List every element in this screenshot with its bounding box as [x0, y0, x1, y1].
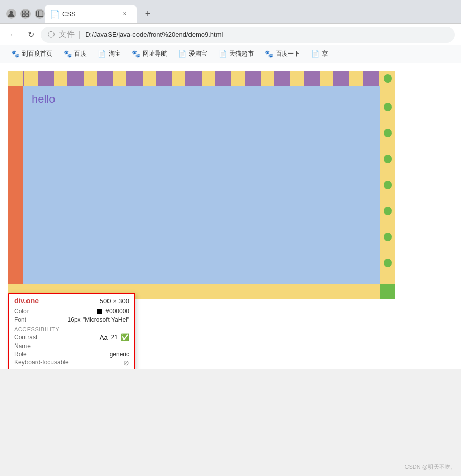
bookmark-item-jd[interactable]: 📄 京	[306, 48, 333, 60]
address-separator: |	[79, 30, 81, 39]
back-button[interactable]: ←	[6, 28, 20, 42]
devtools-color-label: Color	[14, 308, 55, 315]
devtools-keyboard-row: Keyboard-focusable ⊘	[14, 359, 129, 367]
green-dot-1	[384, 103, 392, 111]
bookmark-item-baidu-home[interactable]: 🐾 到百度首页	[6, 48, 58, 60]
devtools-keyboard-label: Keyboard-focusable	[14, 359, 69, 367]
green-dot-7	[384, 259, 392, 267]
devtools-contrast-label: Contrast	[14, 334, 55, 341]
border-middle: hello	[8, 86, 395, 284]
bookmarks-bar: 🐾 到百度首页 🐾 百度 📄 淘宝 🐾 网址导航 📄 爱淘宝 📄 天猫超市 🐾 …	[0, 45, 461, 63]
green-dot-3	[384, 155, 392, 163]
green-dot-corner-tr	[384, 74, 392, 83]
new-tab-button[interactable]: +	[141, 7, 155, 21]
reload-button[interactable]: ↻	[23, 28, 38, 42]
tab-close-button[interactable]: ×	[120, 9, 129, 18]
address-url: D:/JavaSE/java-code/front%20end/demo9.ht…	[85, 31, 448, 38]
content-area: hello div.one 500 × 300 Color	[0, 63, 461, 369]
svg-rect-3	[22, 14, 25, 17]
bookmark-item-taobao[interactable]: 📄 淘宝	[93, 48, 126, 60]
devtools-keyboard-value: ⊘	[123, 359, 129, 367]
address-bar[interactable]: ⓘ 文件 | D:/JavaSE/java-code/front%20end/d…	[41, 27, 455, 43]
address-label: 文件	[59, 29, 75, 40]
devtools-font-value: 16px "Microsoft YaHei"	[68, 316, 129, 323]
div-one: hello	[23, 86, 380, 284]
devtools-contrast-value: Aa 21 ✅	[100, 333, 129, 341]
green-dot-4	[384, 181, 392, 189]
profile-icon[interactable]	[6, 9, 16, 19]
tab-bar-left	[0, 9, 45, 19]
corner-tl	[8, 71, 23, 86]
tab-page-icon: 📄	[50, 10, 58, 18]
green-dot-6	[384, 233, 392, 241]
devtools-font-label: Font	[14, 316, 55, 323]
border-left	[8, 86, 23, 284]
browser-chrome: 📄 CSS × + ← ↻ ⓘ 文件 | D:/JavaSE/java-code…	[0, 0, 461, 63]
green-dot-5	[384, 207, 392, 215]
devtools-font-row: Font 16px "Microsoft YaHei"	[14, 316, 129, 323]
devtools-contrast-row: Contrast Aa 21 ✅	[14, 333, 129, 341]
devtools-name-row: Name	[14, 342, 129, 350]
bookmark-item-baidu[interactable]: 🐾 百度	[59, 48, 92, 60]
svg-rect-4	[26, 14, 29, 17]
devtools-role-row: Role generic	[14, 351, 129, 358]
svg-point-0	[10, 11, 13, 14]
svg-rect-5	[37, 11, 43, 16]
address-info-icon: ⓘ	[48, 30, 55, 39]
devtools-size: 500 × 300	[100, 297, 129, 305]
bookmark-item-tmall[interactable]: 📄 天猫超市	[213, 48, 259, 60]
devtools-color-row: Color #000000	[14, 308, 129, 315]
border-right	[380, 86, 395, 284]
extensions-icon[interactable]	[20, 9, 31, 19]
svg-rect-1	[22, 11, 25, 13]
devtools-header: div.one 500 × 300	[14, 297, 129, 305]
bookmark-item-aitaobao[interactable]: 📄 爱淘宝	[173, 48, 212, 60]
color-swatch	[97, 309, 102, 314]
tab-title: CSS	[62, 10, 116, 18]
devtools-role-label: Role	[14, 351, 55, 358]
nav-bar: ← ↻ ⓘ 文件 | D:/JavaSE/java-code/front%20e…	[0, 23, 461, 45]
devtools-tooltip: div.one 500 × 300 Color #000000 Font 16p…	[8, 293, 135, 369]
green-dot-2	[384, 129, 392, 137]
border-top	[8, 71, 395, 86]
devtools-name-label: Name	[14, 342, 55, 350]
active-tab[interactable]: 📄 CSS ×	[45, 5, 137, 23]
demo-box-wrapper: hello	[8, 71, 395, 299]
tab-bar: 📄 CSS × +	[0, 0, 461, 23]
bookmark-item-nav[interactable]: 🐾 网址导航	[127, 48, 172, 60]
devtools-selector: div.one	[14, 297, 39, 305]
corner-tr	[380, 71, 395, 86]
hello-text: hello	[32, 93, 55, 105]
corner-br	[380, 284, 395, 299]
contrast-check-icon: ✅	[121, 333, 129, 341]
devtools-accessibility-title: ACCESSIBILITY	[14, 326, 129, 332]
devtools-role-value: generic	[110, 351, 129, 358]
sidebar-icon[interactable]	[35, 9, 45, 19]
bookmark-item-baidu-search[interactable]: 🐾 百度一下	[260, 48, 305, 60]
svg-rect-2	[26, 11, 29, 13]
devtools-color-value: #000000	[97, 308, 129, 315]
